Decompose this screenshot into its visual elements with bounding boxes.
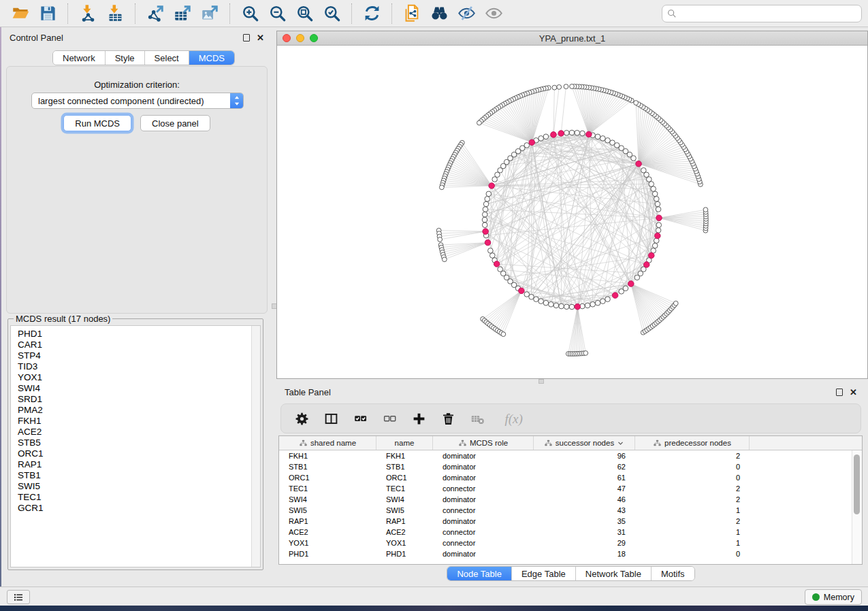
list-item[interactable]: PMA2 <box>18 405 251 416</box>
table-cell: 2 <box>635 483 750 494</box>
import-network-file-button[interactable] <box>76 3 99 24</box>
column-header-predecessor-nodes[interactable]: predecessor nodes <box>635 436 750 450</box>
share-document-button[interactable] <box>400 3 423 24</box>
table-cell: connector <box>433 538 534 548</box>
close-panel-icon[interactable]: ✕ <box>257 33 264 43</box>
table-cell: STB1 <box>279 461 376 472</box>
scrollbar-thumb[interactable] <box>854 455 860 514</box>
list-item[interactable]: STB5 <box>18 437 251 448</box>
control-panel: Control Panel ✕ NetworkStyleSelectMCDS O… <box>1 27 272 587</box>
add-column-button[interactable] <box>411 410 427 427</box>
open-folder-icon <box>12 4 30 22</box>
list-item[interactable]: TID3 <box>18 361 251 372</box>
minimize-traffic-light[interactable] <box>296 34 304 42</box>
list-item[interactable]: YOX1 <box>18 372 251 383</box>
list-item[interactable]: ACE2 <box>18 427 251 437</box>
desktop-wallpaper-bottom <box>0 606 868 611</box>
export-table-button[interactable] <box>171 3 194 24</box>
tab-style[interactable]: Style <box>106 51 145 65</box>
hide-selected-eye-button[interactable] <box>455 3 478 24</box>
tree-icon <box>653 439 662 448</box>
run-mcds-button[interactable]: Run MCDS <box>63 115 131 131</box>
list-item[interactable]: PHD1 <box>18 329 251 340</box>
mcds-list-scrollbar[interactable] <box>251 326 260 567</box>
float-table-panel-icon[interactable] <box>836 389 843 396</box>
table-cell: SWI5 <box>376 505 433 516</box>
list-item[interactable]: FKH1 <box>18 416 251 427</box>
close-table-panel-icon[interactable]: ✕ <box>850 387 857 397</box>
table-row[interactable]: ORC1ORC1dominator610 <box>279 472 852 483</box>
tab-network[interactable]: Network <box>53 51 106 65</box>
zoom-selected-button[interactable] <box>320 3 343 24</box>
export-image-button[interactable] <box>198 3 221 24</box>
refresh-network-button[interactable] <box>360 3 383 24</box>
task-history-button[interactable] <box>7 590 30 604</box>
horizontal-divider-handle[interactable] <box>539 379 544 384</box>
export-network-icon <box>146 4 165 22</box>
save-button[interactable] <box>36 3 59 24</box>
attributes-gear-button[interactable] <box>293 410 310 427</box>
table-row[interactable]: PHD1PHD1dominator180 <box>279 548 852 559</box>
binoculars-button[interactable] <box>428 3 451 24</box>
node-table: shared namenameMCDS rolesuccessor nodesp… <box>278 435 863 565</box>
tab-edge-table[interactable]: Edge Table <box>512 567 576 580</box>
column-header-successor-nodes[interactable]: successor nodes <box>534 436 635 450</box>
criterion-select[interactable]: largest connected component (undirected) <box>31 93 244 109</box>
close-panel-button[interactable]: Close panel <box>140 115 210 131</box>
network-canvas[interactable] <box>277 46 867 378</box>
table-cell: 1 <box>635 538 750 548</box>
column-header-name[interactable]: name <box>376 436 433 450</box>
table-row[interactable]: ACE2ACE2connector311 <box>279 527 852 538</box>
close-traffic-light[interactable] <box>283 34 291 42</box>
table-cell: RAP1 <box>376 516 433 527</box>
table-row[interactable]: SWI5SWI5connector431 <box>279 505 852 516</box>
table-cell: RAP1 <box>279 516 376 527</box>
delete-column-button[interactable] <box>440 410 456 427</box>
list-item[interactable]: SRD1 <box>18 394 251 405</box>
list-item[interactable]: SWI5 <box>18 481 251 492</box>
list-item[interactable]: TEC1 <box>18 492 251 503</box>
mcds-result-legend: MCDS result (17 nodes) <box>14 314 112 324</box>
search-box[interactable] <box>662 5 862 22</box>
table-row[interactable]: SWI4SWI4dominator462 <box>279 494 852 505</box>
zoom-in-button[interactable] <box>238 3 261 24</box>
table-cell: dominator <box>433 516 534 527</box>
tab-network-table[interactable]: Network Table <box>576 567 652 580</box>
column-header-shared-name[interactable]: shared name <box>279 436 376 450</box>
export-network-button[interactable] <box>144 3 167 24</box>
zoom-fit-button[interactable] <box>293 3 316 24</box>
table-row[interactable]: STB1STB1dominator620 <box>279 461 852 472</box>
float-panel-icon[interactable] <box>243 34 250 42</box>
list-item[interactable]: STP4 <box>18 350 251 361</box>
tab-mcds[interactable]: MCDS <box>189 51 234 65</box>
table-cell: 46 <box>534 494 635 505</box>
zoom-out-button[interactable] <box>266 3 289 24</box>
memory-button[interactable]: Memory <box>805 589 862 605</box>
import-table-file-button[interactable] <box>103 3 127 24</box>
list-item[interactable]: STB1 <box>18 470 251 481</box>
table-cell: 62 <box>534 461 635 472</box>
tab-motifs[interactable]: Motifs <box>652 567 694 580</box>
table-row[interactable]: FKH1FKH1dominator962 <box>279 450 852 461</box>
unselect-all-columns-button[interactable] <box>381 410 398 427</box>
table-row[interactable]: TEC1TEC1connector472 <box>279 483 852 494</box>
list-item[interactable]: GCR1 <box>18 503 251 514</box>
maximize-traffic-light[interactable] <box>310 34 318 42</box>
table-scrollbar[interactable] <box>852 450 862 564</box>
list-item[interactable]: RAP1 <box>18 459 251 470</box>
list-item[interactable]: ORC1 <box>18 448 251 459</box>
network-titlebar[interactable]: YPA_prune.txt_1 <box>277 31 867 46</box>
column-header-mcds-role[interactable]: MCDS role <box>433 436 534 450</box>
list-item[interactable]: CAR1 <box>18 340 251 350</box>
table-cell: PHD1 <box>376 548 433 559</box>
table-row[interactable]: RAP1RAP1dominator352 <box>279 516 852 527</box>
split-panel-button[interactable] <box>323 410 339 427</box>
search-input[interactable] <box>680 7 857 20</box>
show-all-eye-button[interactable] <box>482 3 505 24</box>
table-row[interactable]: YOX1YOX1connector291 <box>279 538 852 548</box>
open-folder-button[interactable] <box>9 3 32 24</box>
list-item[interactable]: SWI4 <box>18 383 251 394</box>
select-all-columns-button[interactable] <box>352 410 368 427</box>
tab-node-table[interactable]: Node Table <box>447 567 512 580</box>
tab-select[interactable]: Select <box>145 51 189 65</box>
